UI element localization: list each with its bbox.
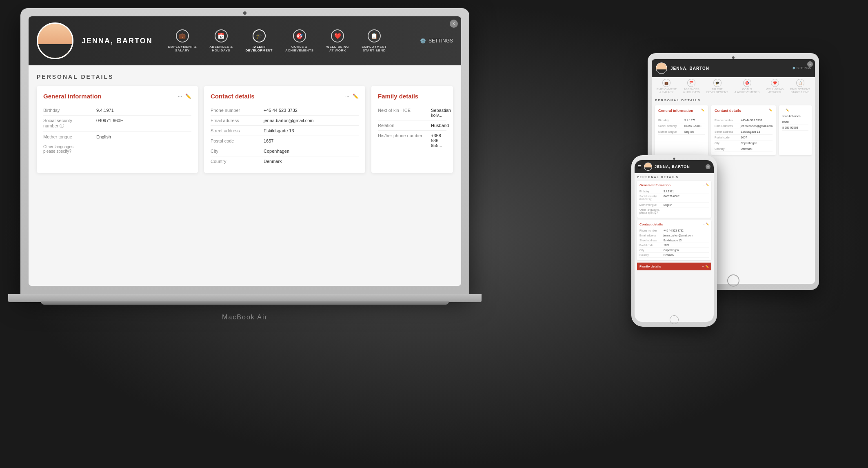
nok-phone-value: +358 586 955... (431, 133, 446, 148)
phone-family-actions[interactable]: ··· ✏️ (702, 265, 709, 268)
tablet-nav-label-wellbeing: WELL-BEINGAT WORK (766, 88, 784, 94)
phone-close-button[interactable]: × (706, 164, 710, 169)
general-edit-icon[interactable]: ✏️ (185, 94, 191, 99)
nav-label-employment-end: EMPLOYMENTSTART &END (362, 45, 386, 52)
phone-family-bar[interactable]: Family details ··· ✏️ (637, 263, 711, 270)
close-icon: × (452, 21, 455, 27)
nav-label-goals: GOALS &ACHIEVEMENTS (285, 45, 314, 52)
relation-row: Relation Husband (378, 120, 446, 131)
country-row: Country Denmark (211, 156, 359, 166)
tablet-close-button[interactable]: × (807, 61, 813, 67)
phone-postal-label: Postal code (639, 244, 662, 247)
contact-more-icon[interactable]: ··· (345, 94, 349, 99)
phone-general-actions[interactable]: ··· ✏️ (703, 183, 709, 187)
tablet-family-row1: stian kolvunen (782, 114, 808, 119)
nav-item-employment-end[interactable]: 📋 EMPLOYMENTSTART &END (358, 28, 390, 54)
general-info-card: General information ··· ✏️ Birthday 9.4.… (37, 86, 198, 173)
street-value: Eskildsgade 13 (264, 128, 294, 133)
tablet-settings[interactable]: ⚙️ SETTINGS (792, 67, 811, 70)
phone-avatar (644, 163, 652, 171)
tablet-family-row3: 8 586 95563 (782, 125, 808, 131)
tablet-nav-employment-end[interactable]: 📋 EMPLOYMENTSTART & END (790, 79, 810, 94)
tablet-contact-card: Contact details ··· ✏️ Phone number +45 … (711, 105, 776, 155)
close-button[interactable]: × (450, 20, 458, 28)
cards-row: General information ··· ✏️ Birthday 9.4.… (37, 86, 453, 173)
tablet-cards: General information ··· ✏️ Birthday 9.4.… (655, 105, 812, 155)
contact-edit-icon[interactable]: ✏️ (353, 94, 359, 99)
laptop-app: JENNA, BARTON 💼 EMPLOYMENT &SALARY 📅 ABS… (29, 16, 461, 286)
tablet-nav-wellbeing[interactable]: ❤️ WELL-BEINGAT WORK (766, 79, 784, 94)
tablet-city-label: City (715, 142, 739, 145)
phone-camera-icon (673, 158, 675, 160)
tablet-birthday-label: Birthday (658, 119, 683, 122)
phone-ssn-value: 040971-660E (664, 195, 679, 201)
phone-tongue-row: Mother tongue English (639, 203, 709, 207)
phone-app: ☰ JENNA, BARTON × PERSONAL DETAILS Gener… (635, 160, 714, 322)
phone-email-value: jenna.barton@gmail.com (664, 234, 693, 237)
tablet-tongue-value: English (684, 130, 694, 133)
scene: JENNA, BARTON 💼 EMPLOYMENT &SALARY 📅 ABS… (0, 0, 868, 468)
tablet-country-value: Denmark (741, 147, 752, 150)
tablet-wellbeing-icon: ❤️ (771, 79, 779, 87)
tablet-postal-label: Postal code (715, 136, 739, 139)
settings-button[interactable]: ⚙️ SETTINGS (420, 38, 453, 44)
phone-row: Phone number +45 44 523 3732 (211, 105, 359, 116)
tablet-nav-label-talent: TALENTDEVELOPMENT (706, 88, 728, 94)
nav-item-talent[interactable]: 🎓 TALENTDEVELOPMENT (242, 28, 276, 54)
tablet-general-actions[interactable]: ··· ✏️ (698, 109, 705, 115)
phone-country-row: Country Denmark (639, 253, 709, 258)
phone-birthday-label: Birthday (639, 190, 662, 193)
phone-city-value: Copenhagen (664, 249, 679, 252)
tablet-nav-label-absences: ABSENCES& HOLIDAYS (683, 88, 700, 94)
ssn-row: Social securitynumber ⓘ 040971-660E (43, 116, 191, 132)
tablet-nav-talent[interactable]: 🎓 TALENTDEVELOPMENT (706, 79, 728, 94)
tablet-street-row: Street address Eskildsgade 13 (715, 129, 773, 135)
tablet-birthday-row: Birthday 9.4.1971 (658, 118, 705, 123)
tablet-nav-goals[interactable]: 🎯 GOALS& ACHIEVEMENTS (735, 79, 759, 94)
contact-card-header: Contact details ··· ✏️ (211, 93, 359, 100)
settings-gear-icon: ⚙️ (420, 38, 426, 44)
phone-menu-icon[interactable]: ☰ (638, 165, 642, 169)
tablet-employment-icon: 💼 (662, 79, 670, 87)
tablet-goals-icon: 🎯 (743, 79, 751, 87)
phone-city-label: City (639, 249, 662, 252)
macbook-base (8, 294, 482, 302)
avatar-image (38, 24, 72, 58)
nav-item-wellbeing[interactable]: ❤️ WELL-BEINGAT WORK (323, 28, 353, 54)
tablet-avatar (656, 62, 667, 74)
city-label: City (211, 149, 260, 154)
tablet-general-card: General information ··· ✏️ Birthday 9.4.… (655, 105, 708, 155)
phone-contact-actions[interactable]: ··· ✏️ (703, 223, 709, 226)
nav-item-goals[interactable]: 🎯 GOALS &ACHIEVEMENTS (282, 28, 317, 54)
phone-body: ☰ JENNA, BARTON × PERSONAL DETAILS Gener… (631, 155, 717, 327)
family-card-header: Family details (378, 93, 446, 100)
tablet-postal-row: Postal code 1657 (715, 135, 773, 140)
phone-country-label: Country (639, 254, 662, 256)
employment-icon: 💼 (176, 29, 189, 42)
phone-birthday-row: Birthday 9.4.1971 (639, 189, 709, 194)
general-more-icon[interactable]: ··· (178, 94, 182, 99)
app-content: PERSONAL DETAILS General information ···… (29, 65, 461, 286)
phone-contact-title: Contact details (639, 223, 663, 226)
tablet-postal-value: 1657 (741, 136, 747, 139)
tablet-street-value: Eskildsgade 13 (741, 130, 760, 133)
nav-item-absences[interactable]: 📅 ABSENCES &HOLIDAYS (206, 28, 236, 54)
phone-screen: ☰ JENNA, BARTON × PERSONAL DETAILS Gener… (635, 160, 714, 322)
nok-phone-row: His/her phone number +358 586 955... (378, 131, 446, 150)
tablet-nav-absences[interactable]: 📅 ABSENCES& HOLIDAYS (683, 79, 700, 94)
tablet-nav-employment[interactable]: 💼 EMPLOYMENT& SALARY (657, 79, 677, 94)
tablet-ssn-value: 040971-660E (684, 125, 702, 127)
nav-item-employment[interactable]: 💼 EMPLOYMENT &SALARY (165, 28, 200, 54)
employment-end-icon: 📋 (368, 29, 381, 42)
contact-card-actions: ··· ✏️ (345, 94, 359, 99)
tablet-email-row: Email address jenna.barton@gmail.com (715, 123, 773, 129)
macbook-label: MacBook Air (222, 314, 268, 321)
tablet-home-button[interactable] (727, 274, 739, 287)
tablet-employment-end-icon: 📋 (796, 79, 804, 87)
phone-home-button[interactable] (670, 315, 679, 324)
contact-details-card: Contact details ··· ✏️ Phone number +45 … (204, 86, 365, 173)
tablet-ssn-label: Social security (658, 125, 683, 127)
tablet-ssn-row: Social security 040971-660E (658, 123, 705, 129)
tablet-contact-actions[interactable]: ··· ✏️ (766, 109, 773, 115)
tablet-phone-label: Phone number (715, 119, 739, 122)
